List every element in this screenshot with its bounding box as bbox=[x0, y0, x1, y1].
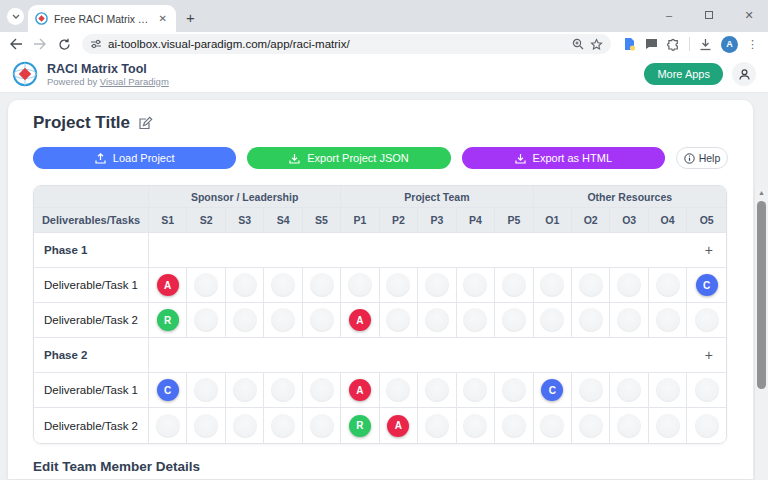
add-button[interactable]: + bbox=[705, 347, 713, 363]
column-header-O1[interactable]: O1 bbox=[534, 208, 572, 233]
column-header-P4[interactable]: P4 bbox=[457, 208, 495, 233]
raci-cell-S1[interactable]: C bbox=[149, 373, 187, 408]
raci-cell-O4[interactable] bbox=[649, 268, 687, 303]
empty-assignment-dot[interactable] bbox=[656, 308, 680, 332]
column-header-O5[interactable]: O5 bbox=[687, 208, 726, 233]
empty-assignment-dot[interactable] bbox=[502, 273, 526, 297]
empty-assignment-dot[interactable] bbox=[194, 414, 218, 438]
raci-cell-O4[interactable] bbox=[649, 408, 687, 443]
menu-kebab-icon[interactable]: ⋮ bbox=[747, 38, 758, 51]
empty-assignment-dot[interactable] bbox=[656, 273, 680, 297]
raci-cell-P3[interactable] bbox=[418, 408, 456, 443]
raci-cell-P5[interactable] bbox=[495, 303, 533, 338]
add-button[interactable]: + bbox=[705, 242, 713, 258]
empty-assignment-dot[interactable] bbox=[386, 308, 410, 332]
raci-cell-O1[interactable] bbox=[534, 408, 572, 443]
raci-badge-A[interactable]: A bbox=[157, 274, 179, 296]
empty-assignment-dot[interactable] bbox=[233, 378, 257, 402]
column-header-P3[interactable]: P3 bbox=[418, 208, 456, 233]
forward-button[interactable] bbox=[30, 38, 50, 50]
empty-assignment-dot[interactable] bbox=[271, 273, 295, 297]
raci-cell-S4[interactable] bbox=[264, 303, 302, 338]
empty-assignment-dot[interactable] bbox=[463, 378, 487, 402]
task-label[interactable]: Deliverable/Task 2 bbox=[34, 303, 149, 338]
raci-cell-O1[interactable] bbox=[534, 268, 572, 303]
raci-cell-P2[interactable] bbox=[380, 373, 418, 408]
raci-cell-P3[interactable] bbox=[418, 373, 456, 408]
empty-assignment-dot[interactable] bbox=[194, 308, 218, 332]
empty-assignment-dot[interactable] bbox=[463, 273, 487, 297]
raci-cell-O5[interactable] bbox=[687, 408, 726, 443]
raci-cell-P1[interactable] bbox=[341, 268, 379, 303]
raci-cell-S5[interactable] bbox=[303, 268, 341, 303]
raci-cell-S2[interactable] bbox=[187, 303, 225, 338]
raci-cell-S3[interactable] bbox=[226, 268, 264, 303]
bookmark-star-icon[interactable] bbox=[590, 38, 603, 51]
column-header-O4[interactable]: O4 bbox=[649, 208, 687, 233]
raci-badge-A[interactable]: A bbox=[387, 415, 409, 437]
empty-assignment-dot[interactable] bbox=[194, 378, 218, 402]
profile-avatar[interactable]: A bbox=[721, 36, 738, 53]
user-account-button[interactable] bbox=[732, 62, 756, 86]
raci-cell-O2[interactable] bbox=[572, 268, 610, 303]
column-header-S1[interactable]: S1 bbox=[149, 208, 187, 233]
raci-badge-R[interactable]: R bbox=[349, 415, 371, 437]
empty-assignment-dot[interactable] bbox=[695, 378, 719, 402]
task-label[interactable]: Deliverable/Task 1 bbox=[34, 373, 149, 408]
raci-cell-O4[interactable] bbox=[649, 303, 687, 338]
raci-cell-O3[interactable] bbox=[610, 268, 648, 303]
empty-assignment-dot[interactable] bbox=[310, 414, 334, 438]
empty-assignment-dot[interactable] bbox=[579, 308, 603, 332]
edit-title-button[interactable] bbox=[138, 116, 153, 131]
empty-assignment-dot[interactable] bbox=[425, 308, 449, 332]
raci-cell-S3[interactable] bbox=[226, 373, 264, 408]
raci-cell-O5[interactable] bbox=[687, 303, 726, 338]
empty-assignment-dot[interactable] bbox=[540, 273, 564, 297]
empty-assignment-dot[interactable] bbox=[463, 308, 487, 332]
minimize-button[interactable]: – bbox=[656, 4, 682, 26]
raci-badge-R[interactable]: R bbox=[157, 309, 179, 331]
raci-cell-O2[interactable] bbox=[572, 303, 610, 338]
empty-assignment-dot[interactable] bbox=[233, 414, 257, 438]
empty-assignment-dot[interactable] bbox=[271, 308, 295, 332]
task-label[interactable]: Deliverable/Task 2 bbox=[34, 408, 149, 443]
raci-cell-O5[interactable]: C bbox=[687, 268, 726, 303]
raci-cell-S5[interactable] bbox=[303, 373, 341, 408]
empty-assignment-dot[interactable] bbox=[502, 378, 526, 402]
task-label[interactable]: Deliverable/Task 1 bbox=[34, 268, 149, 303]
downloads-icon[interactable] bbox=[699, 38, 712, 51]
raci-cell-S4[interactable] bbox=[264, 373, 302, 408]
raci-cell-S3[interactable] bbox=[226, 303, 264, 338]
raci-cell-O3[interactable] bbox=[610, 303, 648, 338]
raci-cell-S1[interactable] bbox=[149, 408, 187, 443]
empty-assignment-dot[interactable] bbox=[540, 414, 564, 438]
scrollbar-thumb[interactable] bbox=[757, 201, 766, 389]
empty-assignment-dot[interactable] bbox=[425, 378, 449, 402]
column-header-O2[interactable]: O2 bbox=[572, 208, 610, 233]
empty-assignment-dot[interactable] bbox=[695, 414, 719, 438]
raci-cell-S1[interactable]: R bbox=[149, 303, 187, 338]
empty-assignment-dot[interactable] bbox=[579, 414, 603, 438]
empty-assignment-dot[interactable] bbox=[617, 308, 641, 332]
help-button[interactable]: Help bbox=[676, 147, 728, 169]
raci-cell-P5[interactable] bbox=[495, 408, 533, 443]
empty-assignment-dot[interactable] bbox=[386, 273, 410, 297]
raci-cell-P4[interactable] bbox=[457, 408, 495, 443]
raci-cell-S5[interactable] bbox=[303, 303, 341, 338]
empty-assignment-dot[interactable] bbox=[656, 378, 680, 402]
export-html-button[interactable]: Export as HTML bbox=[462, 147, 665, 169]
zoom-icon[interactable] bbox=[572, 38, 584, 50]
url-bar[interactable]: ai-toolbox.visual-paradigm.com/app/raci-… bbox=[82, 34, 611, 54]
site-settings-icon[interactable] bbox=[90, 39, 102, 49]
empty-assignment-dot[interactable] bbox=[233, 308, 257, 332]
reload-button[interactable] bbox=[54, 38, 74, 51]
column-header-O3[interactable]: O3 bbox=[610, 208, 648, 233]
new-tab-button[interactable]: + bbox=[186, 12, 195, 24]
raci-cell-P1[interactable]: A bbox=[341, 303, 379, 338]
raci-cell-O1[interactable]: C bbox=[534, 373, 572, 408]
raci-cell-P1[interactable]: A bbox=[341, 373, 379, 408]
empty-assignment-dot[interactable] bbox=[386, 378, 410, 402]
raci-cell-S4[interactable] bbox=[264, 408, 302, 443]
raci-badge-A[interactable]: A bbox=[349, 309, 371, 331]
raci-badge-C[interactable]: C bbox=[696, 274, 718, 296]
